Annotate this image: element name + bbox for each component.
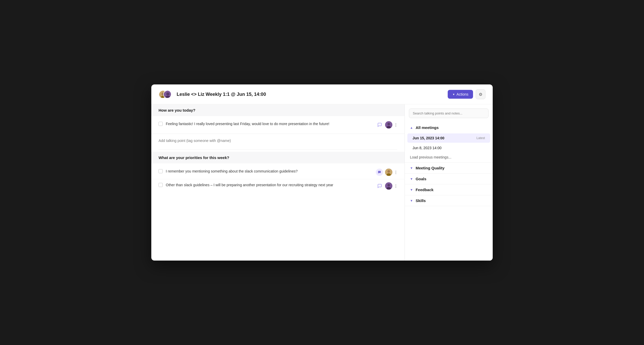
add-talking-point-input-1[interactable] [159,137,397,144]
gear-icon: ⚙ [479,92,482,97]
all-meetings-header[interactable]: ▲ All meetings [405,122,493,132]
avatar-pair [159,89,173,99]
tp-text-3: Other than slack guidelines – I will be … [166,182,373,188]
more-options-1[interactable] [394,123,397,127]
sidebar-section-meeting-quality: ▼ Meeting Quality [405,163,493,174]
feedback-header[interactable]: ▼ Feedback [405,184,493,195]
more-options-2[interactable] [394,170,397,175]
load-previous-label: Load previous meetings... [410,155,451,159]
main-container: How are you today? Feeling fantastic! I … [151,104,493,261]
section-priorities: What are your priorities for this week? … [151,152,405,195]
avatar-tp1 [385,121,392,128]
section-title-2: What are your priorities for this week? [159,155,229,160]
sidebar-section-goals: ▼ Goals [405,174,493,184]
table-row: Other than slack guidelines – I will be … [151,179,405,193]
meetings-list: Jun 15, 2023 14:00 Latest Jun 8, 2023 14… [405,132,493,162]
chevron-up-icon: ▲ [410,126,413,130]
app-window: Leslie <> Liz Weekly 1:1 @ Jun 15, 14:00… [151,84,493,261]
meeting-date-1: Jun 15, 2023 14:00 [413,136,444,140]
section-title-1: How are you today? [159,108,196,112]
meeting-title: Leslie <> Liz Weekly 1:1 @ Jun 15, 14:00 [177,92,444,97]
tp-actions-1 [376,121,397,128]
meeting-badge-latest: Latest [476,136,485,140]
left-panel: How are you today? Feeling fantastic! I … [151,104,405,261]
section-divider [159,149,397,150]
checkbox-tp1[interactable] [159,122,163,126]
tp-actions-3 [376,182,397,190]
avatar-tp2 [385,169,392,176]
meeting-date-2: Jun 8, 2023 14:00 [413,146,441,150]
sidebar-section-all-meetings: ▲ All meetings Jun 15, 2023 14:00 Latest… [405,122,493,163]
avatar-tp3 [385,182,392,190]
svg-point-4 [166,92,169,96]
meeting-quality-header[interactable]: ▼ Meeting Quality [405,163,493,173]
search-box [409,109,489,118]
tp-text-2: I remember you mentioning something abou… [166,169,373,174]
sidebar-section-skills: ▼ Skills [405,195,493,206]
chevron-down-icon-feedback: ▼ [410,188,413,192]
talking-points-1: Feeling fantastic! I really loved presen… [151,116,405,134]
settings-button[interactable]: ⚙ [476,89,485,99]
chevron-down-icon: ▼ [452,93,455,96]
actions-button[interactable]: ▼ Actions [448,90,473,99]
search-input[interactable] [409,109,489,118]
chevron-down-icon-skills: ▼ [410,199,413,203]
chevron-down-icon-goals: ▼ [410,177,413,181]
more-options-3[interactable] [394,184,397,188]
checkbox-tp2[interactable] [159,169,163,173]
all-meetings-title: All meetings [416,125,439,130]
section-header-1: How are you today? [151,104,405,116]
skills-header[interactable]: ▼ Skills [405,195,493,206]
goals-header[interactable]: ▼ Goals [405,174,493,184]
tp-actions-2 [376,169,397,176]
svg-point-13 [387,184,390,186]
section-how-are-you: How are you today? Feeling fantastic! I … [151,104,405,147]
talking-points-2: I remember you mentioning something abou… [151,163,405,195]
svg-point-10 [387,170,390,173]
avatar-liz [163,90,171,98]
table-row: Feeling fantastic! I really loved presen… [151,118,405,132]
goals-title: Goals [416,177,426,181]
right-panel: ▲ All meetings Jun 15, 2023 14:00 Latest… [405,104,493,261]
comment-icon-filled-2[interactable] [376,169,383,176]
add-point-row-1 [151,134,405,147]
skills-title: Skills [416,198,426,203]
header-actions: ▼ Actions ⚙ [448,89,485,99]
chevron-down-icon-mq: ▼ [410,166,413,170]
feedback-title: Feedback [416,188,433,192]
meeting-item-active[interactable]: Jun 15, 2023 14:00 Latest [407,133,490,143]
header: Leslie <> Liz Weekly 1:1 @ Jun 15, 14:00… [151,84,493,104]
checkbox-tp3[interactable] [159,183,163,187]
actions-label: Actions [456,92,468,96]
section-header-2: What are your priorities for this week? [151,152,405,163]
meeting-item-2[interactable]: Jun 8, 2023 14:00 [407,143,490,153]
meeting-quality-title: Meeting Quality [416,166,445,170]
load-previous-button[interactable]: Load previous meetings... [405,153,493,160]
svg-point-7 [387,123,390,125]
comment-icon-3[interactable] [376,183,383,189]
sidebar-section-feedback: ▼ Feedback [405,184,493,195]
table-row: I remember you mentioning something abou… [151,166,405,179]
comment-icon-1[interactable] [376,121,383,128]
tp-text-1: Feeling fantastic! I really loved presen… [166,121,373,127]
